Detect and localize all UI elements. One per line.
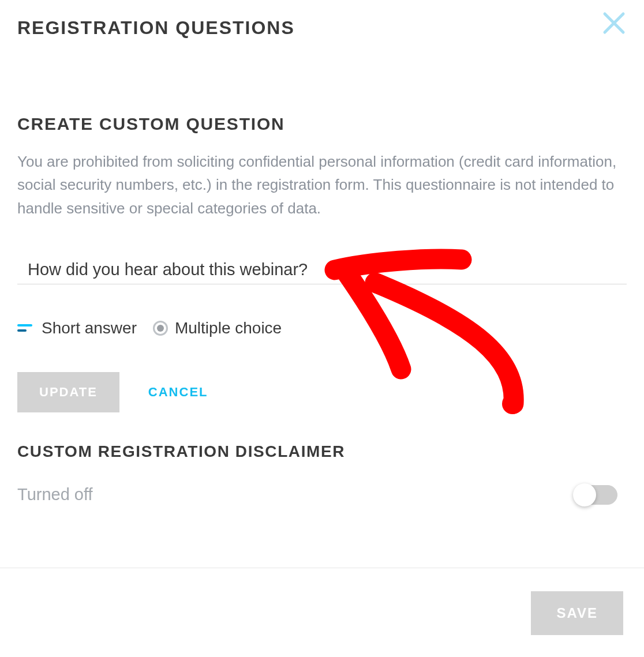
disclaimer-toggle[interactable]	[575, 485, 617, 505]
close-button[interactable]	[598, 7, 630, 39]
disclaimer-row: Turned off	[17, 485, 627, 534]
toggle-knob	[573, 483, 596, 506]
answer-type-short[interactable]: Short answer	[17, 319, 137, 337]
radio-icon	[153, 321, 168, 336]
question-input[interactable]	[28, 260, 627, 279]
create-question-heading: Create Custom Question	[17, 114, 627, 134]
create-question-section: Create Custom Question You are prohibite…	[17, 114, 627, 534]
disclaimer-heading: Custom Registration Disclaimer	[17, 442, 627, 461]
footer: SAVE	[0, 568, 644, 657]
close-icon	[600, 9, 628, 37]
answer-type-multiple-label: Multiple choice	[175, 319, 282, 337]
save-button[interactable]: SAVE	[531, 591, 623, 635]
create-question-description: You are prohibited from soliciting confi…	[17, 150, 627, 220]
update-button[interactable]: UPDATE	[17, 372, 119, 412]
short-answer-icon	[17, 324, 35, 332]
disclaimer-status: Turned off	[17, 485, 93, 504]
question-input-wrap	[17, 243, 627, 284]
header: Registration Questions	[17, 17, 627, 39]
answer-type-multiple[interactable]: Multiple choice	[153, 319, 282, 337]
answer-type-short-label: Short answer	[42, 319, 137, 337]
page-title: Registration Questions	[17, 17, 295, 39]
answer-type-row: Short answer Multiple choice	[17, 319, 627, 337]
action-row: UPDATE CANCEL	[17, 372, 627, 412]
cancel-button[interactable]: CANCEL	[148, 385, 208, 400]
